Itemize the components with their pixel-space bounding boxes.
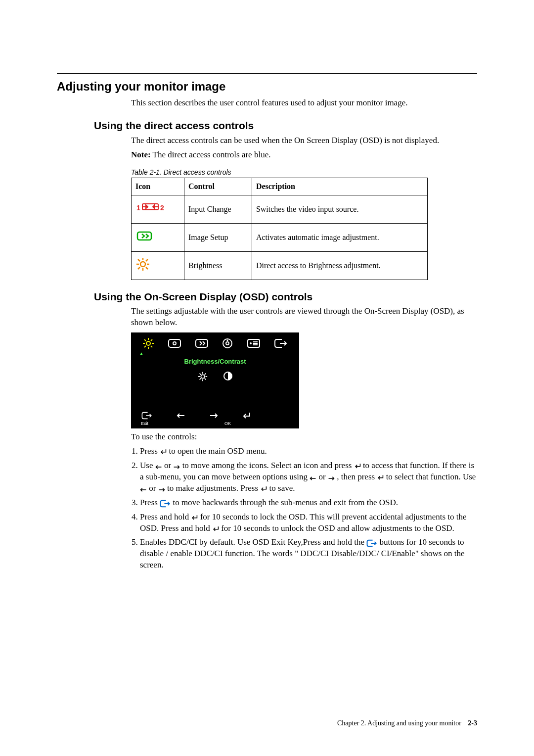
heading-direct-access: Using the direct access controls bbox=[94, 119, 477, 133]
page-footer: Chapter 2. Adjusting and using your moni… bbox=[337, 719, 477, 728]
svg-line-11 bbox=[146, 259, 148, 261]
footer-page-number: 2-3 bbox=[468, 719, 477, 727]
tab-brightness-icon bbox=[142, 337, 154, 349]
step-2: Use or to move among the icons. Select a… bbox=[140, 460, 477, 494]
t: Press bbox=[140, 498, 160, 507]
osd-selected-marker: ▲ bbox=[139, 352, 294, 355]
osd-bottom-labels: Exit OK bbox=[136, 421, 294, 426]
th-control: Control bbox=[184, 178, 252, 195]
osd-screenshot: ▲ Brightness/Contrast Exit OK bbox=[131, 332, 477, 428]
t: to make adjustments. Press bbox=[165, 483, 261, 493]
enter-icon bbox=[242, 412, 251, 420]
th-icon: Icon bbox=[132, 178, 184, 195]
svg-line-20 bbox=[151, 339, 152, 341]
svg-line-40 bbox=[205, 378, 206, 379]
svg-rect-22 bbox=[169, 339, 180, 347]
brightness-icon bbox=[132, 252, 184, 280]
right-arrow-icon bbox=[328, 476, 335, 481]
svg-point-26 bbox=[226, 342, 229, 345]
svg-point-34 bbox=[201, 375, 204, 378]
enter-icon bbox=[191, 514, 198, 521]
svg-point-13 bbox=[146, 341, 150, 345]
table-header-row: Icon Control Description bbox=[132, 178, 428, 195]
svg-line-21 bbox=[144, 346, 146, 347]
t: or bbox=[147, 483, 158, 493]
tab-options-icon bbox=[247, 338, 261, 348]
t: Press and hold bbox=[140, 512, 191, 521]
to-use-label: To use the controls: bbox=[131, 431, 477, 443]
t: or bbox=[162, 461, 174, 470]
image-setup-icon bbox=[132, 224, 184, 252]
table-wrap: Table 2-1. Direct access controls Icon C… bbox=[131, 168, 477, 280]
step-1: Press to open the main OSD menu. bbox=[140, 446, 477, 457]
step-3: Press to move backwards through the sub-… bbox=[140, 497, 477, 509]
svg-point-4 bbox=[140, 262, 145, 267]
exit-icon bbox=[160, 500, 171, 508]
step-5: Enables DDC/CI by default. Use OSD Exit … bbox=[140, 537, 477, 571]
t: to open the main OSD menu. bbox=[167, 446, 267, 456]
svg-line-10 bbox=[146, 267, 148, 269]
right-arrow-icon bbox=[173, 465, 180, 470]
heading-osd: Using the On-Screen Display (OSD) contro… bbox=[94, 290, 477, 304]
left-arrow-icon bbox=[310, 476, 316, 481]
svg-line-39 bbox=[200, 373, 201, 375]
svg-line-18 bbox=[144, 339, 146, 341]
osd-exit-label: Exit bbox=[141, 421, 148, 426]
svg-point-29 bbox=[250, 342, 252, 344]
svg-point-23 bbox=[173, 342, 176, 345]
heading-adjusting: Adjusting your monitor image bbox=[57, 79, 477, 94]
t: Use bbox=[140, 461, 155, 470]
cell-control: Input Change bbox=[184, 195, 252, 224]
tab-image-setup-icon bbox=[195, 338, 209, 348]
right-arrow-icon bbox=[209, 413, 218, 419]
t: for 10 seconds to unlock the OSD and all… bbox=[219, 523, 454, 533]
osd-sub-row bbox=[136, 371, 294, 382]
cell-desc: Switches the video input source. bbox=[252, 195, 427, 224]
exit-icon bbox=[366, 539, 377, 547]
svg-text:1: 1 bbox=[136, 204, 140, 212]
note-line: Note: The direct access controls are blu… bbox=[131, 149, 477, 161]
cell-control: Brightness bbox=[184, 252, 252, 280]
t: to move backwards through the sub-menus … bbox=[171, 498, 398, 507]
enter-icon bbox=[377, 474, 384, 481]
osd-panel: ▲ Brightness/Contrast Exit OK bbox=[131, 332, 299, 428]
svg-line-41 bbox=[205, 373, 206, 375]
steps-list: Press to open the main OSD menu. Use or … bbox=[131, 446, 477, 571]
step-4: Press and hold for 10 seconds to lock th… bbox=[140, 512, 477, 534]
tab-color-icon bbox=[222, 337, 233, 349]
table-row: 1 2 Input Change Switches the video inpu… bbox=[132, 195, 428, 224]
osd-bottom-row bbox=[136, 412, 294, 420]
tab-exit-icon bbox=[274, 338, 288, 348]
tab-position-icon bbox=[168, 338, 181, 348]
osd-ok-label: OK bbox=[224, 421, 231, 426]
right-arrow-icon bbox=[158, 487, 165, 492]
left-arrow-icon bbox=[177, 413, 185, 419]
th-description: Description bbox=[252, 178, 427, 195]
t: to select that function. Use bbox=[384, 472, 476, 481]
cell-control: Image Setup bbox=[184, 224, 252, 252]
bottom-exit-icon bbox=[141, 412, 153, 420]
note-body: The direct access controls are blue. bbox=[151, 150, 271, 159]
osd-intro: The settings adjustable with the user co… bbox=[131, 306, 477, 329]
cell-desc: Activates automatic image adjustment. bbox=[252, 224, 427, 252]
t: or bbox=[316, 472, 328, 481]
direct-access-intro: The direct access controls can be used w… bbox=[131, 135, 477, 146]
left-arrow-icon bbox=[140, 487, 147, 492]
enter-icon bbox=[354, 463, 361, 470]
table-caption: Table 2-1. Direct access controls bbox=[131, 168, 477, 177]
t: Press bbox=[140, 446, 160, 456]
svg-point-27 bbox=[227, 340, 228, 341]
direct-access-table: Icon Control Description 1 2 Input Chang… bbox=[131, 178, 428, 280]
osd-title: Brightness/Contrast bbox=[136, 357, 294, 366]
enter-icon bbox=[260, 485, 267, 492]
enter-icon bbox=[160, 448, 167, 455]
svg-line-19 bbox=[151, 346, 152, 347]
sub-brightness-icon bbox=[197, 371, 208, 382]
input-change-icon: 1 2 bbox=[132, 195, 184, 224]
t: , then press bbox=[335, 472, 377, 481]
note-label: Note: bbox=[131, 150, 151, 159]
svg-line-42 bbox=[200, 378, 201, 379]
t: to move among the icons. Select an icon … bbox=[180, 461, 354, 470]
t: to save. bbox=[267, 483, 295, 493]
footer-chapter: Chapter 2. Adjusting and using your moni… bbox=[337, 719, 461, 727]
